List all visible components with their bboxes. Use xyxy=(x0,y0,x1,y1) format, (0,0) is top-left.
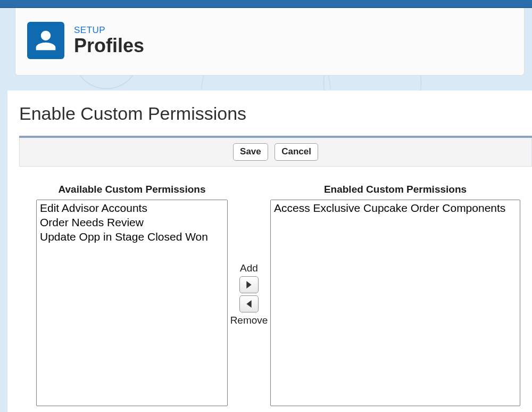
remove-label: Remove xyxy=(230,315,268,326)
enabled-title: Enabled Custom Permissions xyxy=(270,184,520,195)
cancel-button[interactable]: Cancel xyxy=(275,143,318,161)
action-toolbar: Save Cancel xyxy=(19,138,532,167)
enabled-permissions-list[interactable]: Access Exclusive Cupcake Order Component… xyxy=(270,200,520,406)
list-item[interactable]: Order Needs Review xyxy=(39,216,225,230)
list-item[interactable]: Access Exclusive Cupcake Order Component… xyxy=(273,201,518,216)
breadcrumb-setup[interactable]: SETUP xyxy=(74,25,144,36)
available-title: Available Custom Permissions xyxy=(36,184,228,195)
header-gap xyxy=(0,76,532,90)
remove-button[interactable] xyxy=(239,295,259,312)
available-permissions-list[interactable]: Edit Advisor AccountsOrder Needs ReviewU… xyxy=(36,200,228,406)
available-column: Available Custom Permissions Edit Adviso… xyxy=(36,184,228,407)
global-nav-bar xyxy=(0,0,532,8)
user-icon xyxy=(34,29,57,52)
header-text: SETUP Profiles xyxy=(74,25,144,56)
transfer-controls: Add Remove xyxy=(228,184,270,327)
page-header-card: SETUP Profiles xyxy=(15,8,525,76)
dual-list-picker: Available Custom Permissions Edit Adviso… xyxy=(19,167,520,412)
content-panel: Enable Custom Permissions Save Cancel Av… xyxy=(7,90,532,412)
app-root: SETUP Profiles Enable Custom Permissions… xyxy=(0,0,532,412)
arrow-left-icon xyxy=(246,300,252,308)
header-background: SETUP Profiles Enable Custom Permissions… xyxy=(0,8,532,412)
section-heading: Enable Custom Permissions xyxy=(19,103,520,124)
page-title: Profiles xyxy=(74,36,144,56)
list-item[interactable]: Edit Advisor Accounts xyxy=(39,201,225,216)
list-item[interactable]: Update Opp in Stage Closed Won xyxy=(39,230,225,244)
arrow-right-icon xyxy=(246,281,252,289)
add-label: Add xyxy=(240,262,258,274)
enabled-column: Enabled Custom Permissions Access Exclus… xyxy=(270,184,520,407)
add-button[interactable] xyxy=(239,276,259,293)
save-button[interactable]: Save xyxy=(233,143,268,161)
profiles-icon xyxy=(27,22,64,59)
